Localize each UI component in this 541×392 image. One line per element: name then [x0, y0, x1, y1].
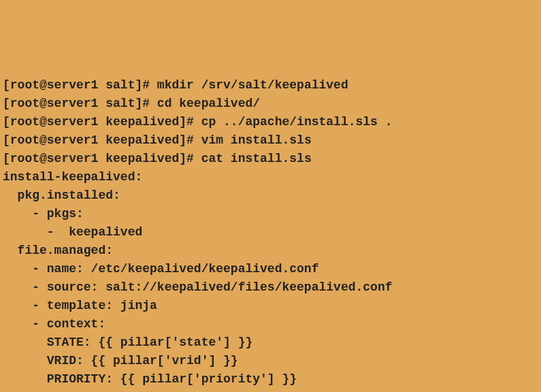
command-line-1: [root@server1 salt]# mkdir /srv/salt/kee… [3, 76, 538, 95]
command-line-5: [root@server1 keepalived]# cat install.s… [3, 150, 538, 168]
output-line-13: PRIORITY: {{ pillar['priority'] }} [3, 370, 538, 389]
output-line-8: - source: salt://keepalived/files/keepal… [3, 278, 538, 297]
command-5: cat install.sls [201, 152, 312, 165]
output-line-6: file.managed: [3, 242, 538, 260]
command-line-2: [root@server1 salt]# cd keepalived/ [3, 95, 538, 113]
output-line-7: - name: /etc/keepalived/keepalived.conf [3, 260, 538, 278]
prompt-4: [root@server1 keepalived]# [3, 133, 201, 147]
command-line-4: [root@server1 keepalived]# vim install.s… [3, 131, 538, 150]
command-line-3: [root@server1 keepalived]# cp ../apache/… [3, 113, 538, 131]
output-line-1: install-keepalived: [3, 168, 538, 186]
output-line-12: VRID: {{ pillar['vrid'] }} [3, 352, 538, 370]
command-4: vim install.sls [201, 133, 312, 147]
prompt-1: [root@server1 salt]# [3, 78, 157, 92]
prompt-2: [root@server1 salt]# [3, 97, 157, 110]
command-2: cd keepalived/ [157, 97, 260, 110]
prompt-5: [root@server1 keepalived]# [3, 152, 201, 165]
output-line-4: - keepalived [3, 223, 538, 242]
output-line-11: STATE: {{ pillar['state'] }} [3, 333, 538, 352]
output-line-10: - context: [3, 315, 538, 333]
output-line-3: - pkgs: [3, 205, 538, 223]
output-line-2: pkg.installed: [3, 186, 538, 205]
output-line-15: service.running: [3, 389, 538, 392]
terminal-output: [root@server1 salt]# mkdir /srv/salt/kee… [3, 76, 538, 392]
command-1: mkdir /srv/salt/keepalived [157, 78, 348, 92]
prompt-3: [root@server1 keepalived]# [3, 115, 201, 129]
output-line-9: - template: jinja [3, 297, 538, 315]
command-3: cp ../apache/install.sls . [201, 115, 393, 129]
